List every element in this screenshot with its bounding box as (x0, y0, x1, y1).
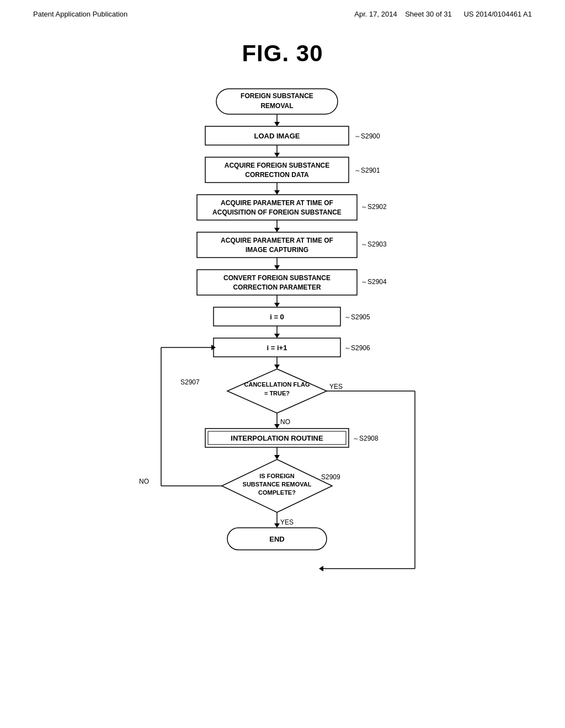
svg-text:END: END (269, 535, 284, 543)
svg-text:INTERPOLATION ROUTINE: INTERPOLATION ROUTINE (231, 434, 323, 442)
svg-text:SUBSTANCE REMOVAL: SUBSTANCE REMOVAL (243, 481, 312, 488)
svg-text:S2909: S2909 (321, 473, 340, 481)
patent-number: US 2014/0104461 A1 (463, 10, 532, 18)
svg-marker-61 (274, 455, 280, 459)
svg-text:CANCELLATION FLAG: CANCELLATION FLAG (244, 381, 310, 388)
figure-title: FIG. 30 (242, 40, 323, 67)
svg-text:REMOVAL: REMOVAL (260, 102, 293, 110)
svg-text:NO: NO (280, 418, 290, 426)
svg-marker-43 (274, 365, 280, 369)
svg-text:～S2904: ～S2904 (361, 278, 387, 286)
header-right: Apr. 17, 2014 Sheet 30 of 31 US 2014/010… (354, 10, 532, 18)
diagram-area: FIG. 30 FOREIGN SUBSTANCE REMOVAL LOAD I… (0, 24, 565, 662)
svg-marker-33 (274, 303, 280, 307)
svg-rect-16 (197, 195, 357, 220)
svg-marker-27 (274, 265, 280, 270)
svg-text:i = 0: i = 0 (270, 313, 284, 321)
svg-text:ACQUIRE PARAMETER AT TIME OF: ACQUIRE PARAMETER AT TIME OF (221, 237, 333, 244)
svg-text:CORRECTION PARAMETER: CORRECTION PARAMETER (233, 283, 321, 291)
svg-text:ACQUIRE PARAMETER AT TIME OF: ACQUIRE PARAMETER AT TIME OF (221, 199, 333, 207)
svg-text:～S2906: ～S2906 (344, 344, 370, 352)
svg-marker-21 (274, 228, 280, 232)
svg-rect-10 (205, 157, 349, 183)
svg-rect-28 (197, 270, 357, 295)
svg-text:IS FOREIGN: IS FOREIGN (259, 473, 295, 479)
svg-text:LOAD IMAGE: LOAD IMAGE (254, 132, 300, 140)
svg-text:IMAGE CAPTURING: IMAGE CAPTURING (246, 246, 308, 254)
page-header: Patent Application Publication Apr. 17, … (0, 0, 565, 24)
svg-text:= TRUE?: = TRUE? (264, 390, 290, 397)
svg-text:i = i+1: i = i+1 (267, 344, 287, 352)
svg-text:ACQUIRE FOREIGN SUBSTANCE: ACQUIRE FOREIGN SUBSTANCE (225, 162, 329, 169)
svg-text:FOREIGN SUBSTANCE: FOREIGN SUBSTANCE (241, 92, 313, 100)
svg-marker-38 (274, 334, 280, 338)
svg-text:COMPLETE?: COMPLETE? (258, 489, 296, 496)
svg-rect-22 (197, 232, 357, 258)
svg-marker-59 (319, 566, 323, 571)
svg-text:S2907: S2907 (180, 378, 200, 386)
sheet-label: Sheet 30 of 31 (405, 10, 452, 18)
svg-text:～S2908: ～S2908 (353, 435, 379, 442)
svg-text:CONVERT FOREIGN SUBSTANCE: CONVERT FOREIGN SUBSTANCE (223, 274, 331, 282)
publication-label: Patent Application Publication (33, 10, 127, 18)
svg-text:ACQUISITION OF FOREIGN SUBSTAN: ACQUISITION OF FOREIGN SUBSTANCE (212, 208, 342, 216)
svg-text:YES: YES (280, 518, 294, 526)
svg-marker-4 (274, 122, 280, 126)
svg-text:～S2901: ～S2901 (354, 167, 380, 174)
header-left: Patent Application Publication (33, 10, 127, 18)
date-label: Apr. 17, 2014 (354, 10, 397, 18)
svg-text:～S2900: ～S2900 (354, 132, 380, 140)
svg-text:CORRECTION DATA: CORRECTION DATA (245, 171, 309, 179)
svg-text:～S2905: ～S2905 (344, 313, 370, 321)
flowchart-diagram: FOREIGN SUBSTANCE REMOVAL LOAD IMAGE ～S2… (95, 83, 470, 662)
svg-text:～S2903: ～S2903 (361, 240, 387, 248)
svg-marker-9 (274, 153, 280, 157)
svg-marker-69 (274, 523, 280, 528)
svg-marker-51 (274, 424, 280, 429)
svg-marker-15 (274, 190, 280, 195)
svg-text:YES: YES (329, 383, 343, 390)
svg-text:～S2902: ～S2902 (361, 203, 387, 211)
svg-text:NO: NO (139, 478, 149, 485)
